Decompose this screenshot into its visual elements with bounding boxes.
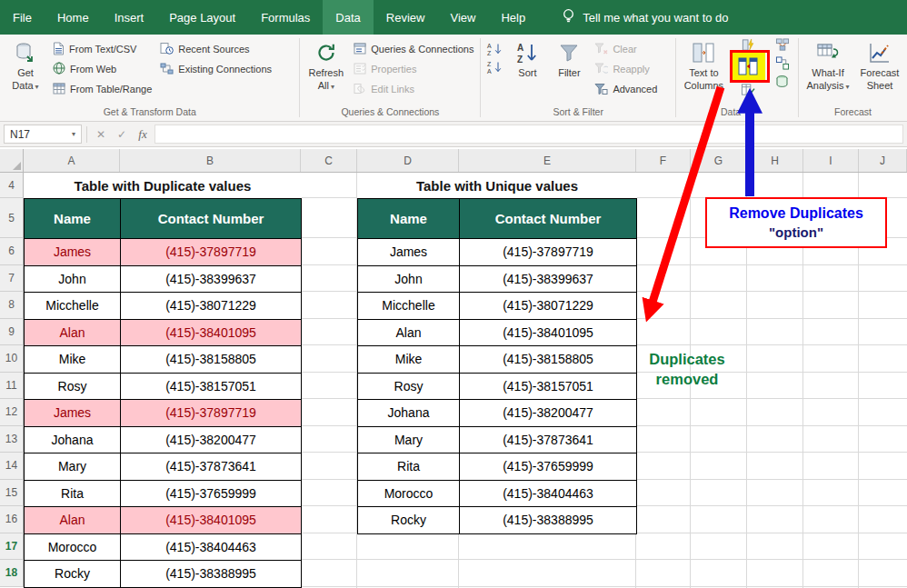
cell-contact[interactable]: (415)-37897719 — [460, 239, 637, 266]
column-header-F[interactable]: F — [636, 149, 691, 172]
select-all-corner[interactable] — [0, 149, 24, 173]
cell-contact[interactable]: (415)-37659999 — [121, 481, 302, 508]
menu-tab-file[interactable]: File — [0, 0, 45, 35]
menu-tab-home[interactable]: Home — [45, 0, 102, 35]
filter-button[interactable]: Filter — [549, 37, 589, 80]
cell-contact[interactable]: (415)-38071229 — [121, 293, 302, 320]
from-table-range-button[interactable]: From Table/Range — [50, 81, 154, 97]
cell-contact[interactable]: (415)-37897719 — [121, 239, 302, 266]
from-web-button[interactable]: From Web — [50, 61, 154, 77]
cell-contact[interactable]: (415)-38399637 — [121, 266, 302, 294]
cell-name[interactable]: John — [358, 266, 460, 294]
column-header-H[interactable]: H — [747, 149, 803, 172]
cell-contact[interactable]: (415)-37659999 — [460, 453, 637, 481]
column-header-G[interactable]: G — [691, 149, 747, 172]
column-header-B[interactable]: B — [120, 149, 301, 172]
cell-name[interactable]: Mike — [358, 346, 460, 374]
cell-contact[interactable]: (415)-38404463 — [121, 534, 302, 562]
cell-contact[interactable]: (415)-38071229 — [460, 293, 637, 320]
table-header-name[interactable]: Name — [358, 199, 460, 239]
row-header-12[interactable]: 12 — [0, 399, 24, 426]
row-header-6[interactable]: 6 — [0, 238, 24, 265]
cell-contact[interactable]: (415)-38401095 — [460, 320, 637, 347]
existing-connections-button[interactable]: Existing Connections — [157, 61, 274, 77]
menu-tab-view[interactable]: View — [437, 0, 488, 35]
column-header-C[interactable]: C — [301, 149, 357, 172]
cell-name[interactable]: Micchelle — [25, 293, 121, 320]
cell-name[interactable]: James — [25, 239, 121, 266]
menu-tab-review[interactable]: Review — [374, 0, 438, 35]
cell-name[interactable]: Alan — [25, 507, 121, 534]
enter-check-icon[interactable]: ✓ — [113, 128, 131, 141]
cell-contact[interactable]: (415)-38200477 — [460, 400, 637, 427]
recent-sources-button[interactable]: Recent Sources — [157, 41, 274, 57]
formula-input[interactable] — [154, 125, 903, 144]
row-header-18[interactable]: 18 — [0, 560, 24, 587]
column-header-J[interactable]: J — [859, 149, 907, 172]
name-box[interactable]: N17 ▾ — [4, 125, 82, 144]
cell-name[interactable]: Mary — [358, 427, 460, 454]
queries-connections-button[interactable]: Queries & Connections — [351, 41, 476, 57]
cell-contact[interactable]: (415)-37873641 — [460, 427, 637, 454]
sort-ascending-button[interactable]: AZ — [484, 41, 505, 57]
cell-name[interactable]: Mary — [25, 453, 121, 481]
cell-name[interactable]: Morocco — [358, 481, 460, 508]
cell-contact[interactable]: (415)-38404463 — [460, 481, 637, 508]
get-data-button[interactable]: Get Data▾ — [4, 37, 47, 93]
text-to-columns-button[interactable]: Text to Columns — [680, 37, 728, 93]
cell-contact[interactable]: (415)-38401095 — [121, 320, 302, 347]
cell-name[interactable]: Johana — [358, 400, 460, 427]
cell-name[interactable]: Rosy — [25, 374, 121, 401]
cell-contact[interactable]: (415)-38388995 — [121, 561, 302, 588]
row-header-15[interactable]: 15 — [0, 480, 24, 507]
cell-contact[interactable]: (415)-38200477 — [121, 427, 302, 454]
cell-contact[interactable]: (415)-38401095 — [121, 507, 302, 534]
manage-data-model-button[interactable] — [771, 74, 794, 88]
row-header-17[interactable]: 17 — [0, 533, 24, 561]
cell-contact[interactable]: (415)-38399637 — [460, 266, 637, 294]
table-header-contact[interactable]: Contact Number — [460, 199, 637, 239]
row-header-7[interactable]: 7 — [0, 265, 24, 293]
cell-name[interactable]: James — [25, 400, 121, 427]
menu-tab-help[interactable]: Help — [488, 0, 538, 35]
cell-contact[interactable]: (415)-38158805 — [460, 346, 637, 374]
data-validation-button[interactable] — [734, 82, 762, 96]
table-header-contact[interactable]: Contact Number — [121, 199, 302, 239]
column-header-E[interactable]: E — [459, 149, 636, 172]
refresh-all-button[interactable]: Refresh All▾ — [304, 37, 348, 93]
cell-name[interactable]: Morocco — [25, 534, 121, 562]
cell-name[interactable]: Rosy — [358, 374, 460, 401]
cell-contact[interactable]: (415)-38157051 — [460, 374, 637, 401]
menu-tab-formulas[interactable]: Formulas — [248, 0, 323, 35]
flash-fill-button[interactable] — [734, 37, 762, 52]
cell-contact[interactable]: (415)-37897719 — [121, 400, 302, 427]
tell-me-box[interactable]: Tell me what you want to do — [562, 0, 728, 35]
row-header-8[interactable]: 8 — [0, 292, 24, 319]
consolidate-button[interactable] — [771, 37, 794, 52]
cell-contact[interactable]: (415)-37873641 — [121, 453, 302, 481]
cell-name[interactable]: Rocky — [358, 507, 460, 534]
cell-name[interactable]: Micchelle — [358, 293, 460, 320]
advanced-filter-button[interactable]: Advanced — [592, 81, 660, 97]
sort-button[interactable]: AZ Sort — [508, 37, 546, 80]
row-header-16[interactable]: 16 — [0, 506, 24, 533]
from-text-csv-button[interactable]: From Text/CSV — [50, 41, 154, 57]
cell-contact[interactable]: (415)-38158805 — [121, 346, 302, 374]
sort-descending-button[interactable]: ZA — [484, 59, 505, 75]
cell-name[interactable]: Rita — [358, 453, 460, 481]
row-header-14[interactable]: 14 — [0, 453, 24, 480]
cancel-icon[interactable]: ✕ — [92, 128, 110, 141]
cell-name[interactable]: Johana — [25, 427, 121, 454]
table-header-name[interactable]: Name — [25, 199, 121, 239]
cell-name[interactable]: Rita — [25, 481, 121, 508]
cell-name[interactable]: Mike — [25, 346, 121, 374]
what-if-analysis-button[interactable]: What-If Analysis▾ — [802, 37, 853, 93]
row-header-11[interactable]: 11 — [0, 373, 24, 400]
cell-contact[interactable]: (415)-38157051 — [121, 374, 302, 401]
menu-tab-insert[interactable]: Insert — [102, 0, 157, 35]
forecast-sheet-button[interactable]: Forecast Sheet — [856, 37, 903, 93]
cell-name[interactable]: Alan — [358, 320, 460, 347]
row-header-5[interactable]: 5 — [0, 198, 24, 238]
column-header-A[interactable]: A — [24, 149, 120, 172]
cell-name[interactable]: Rocky — [25, 561, 121, 588]
